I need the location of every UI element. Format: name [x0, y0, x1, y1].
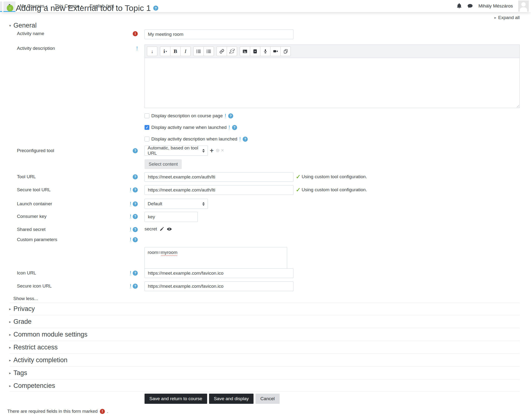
- expand-all-link[interactable]: ▸ Expand all: [495, 15, 520, 20]
- help-icon[interactable]: ?: [243, 137, 248, 142]
- section-common-module-header[interactable]: ▸ Common module settings: [9, 331, 88, 338]
- select-arrows-icon: [202, 202, 205, 206]
- launch-container-select[interactable]: Default: [145, 199, 208, 209]
- page-title: Adding a new External tool to Topic 1: [16, 3, 151, 13]
- help-icon[interactable]: ?: [133, 148, 138, 153]
- style-icon: i: [163, 48, 165, 54]
- divider: [10, 303, 520, 303]
- user-avatar[interactable]: [518, 0, 529, 12]
- description-textarea[interactable]: [145, 58, 519, 108]
- resize-handle[interactable]: [516, 104, 519, 107]
- paragraph-style-button[interactable]: i▾: [160, 46, 170, 56]
- help-icon[interactable]: ?: [133, 187, 138, 193]
- help-icon[interactable]: ?: [228, 113, 233, 119]
- required-fields-note: There are required fields in this form m…: [7, 409, 108, 414]
- help-icon[interactable]: ?: [232, 125, 237, 130]
- help-icon[interactable]: ?: [133, 214, 138, 219]
- consumer-key-input[interactable]: [145, 212, 198, 222]
- section-activity-completion-header[interactable]: ▸ Activity completion: [9, 356, 67, 364]
- activity-name-label: Activity name: [17, 31, 44, 36]
- secure-tool-url-input[interactable]: [145, 185, 294, 195]
- secure-tool-url-status-text: Using custom tool configuration.: [302, 187, 367, 193]
- italic-button[interactable]: I: [180, 46, 191, 56]
- messages-button[interactable]: [467, 3, 473, 9]
- secure-icon-url-input[interactable]: [145, 282, 294, 291]
- notifications-button[interactable]: [457, 3, 462, 9]
- show-secret-button[interactable]: [167, 226, 172, 232]
- shared-secret-label: Shared secret: [17, 227, 45, 232]
- help-icon[interactable]: ?: [133, 284, 138, 289]
- navbar-edge-tab[interactable]: [0, 1, 2, 12]
- edit-secret-button[interactable]: [160, 227, 164, 231]
- consumer-key-row: Consumer key !?: [17, 214, 138, 219]
- section-title: Competencies: [14, 382, 55, 390]
- record-video-button[interactable]: [270, 46, 280, 56]
- chevron-right-icon: ▸: [9, 345, 11, 350]
- section-tags-header[interactable]: ▸ Tags: [9, 369, 27, 377]
- display-name-label[interactable]: Display activity name when launched: [151, 125, 227, 130]
- title-help-icon[interactable]: ?: [153, 6, 158, 11]
- section-grade-header[interactable]: ▸ Grade: [9, 318, 32, 326]
- advanced-icon: !: [130, 270, 131, 275]
- section-privacy-header[interactable]: ▸ Privacy: [9, 305, 35, 313]
- advanced-icon: !: [130, 284, 131, 288]
- display-description-label[interactable]: Display description on course page: [151, 113, 223, 119]
- bold-button[interactable]: B: [170, 46, 180, 56]
- cancel-button[interactable]: Cancel: [255, 394, 280, 404]
- section-competencies-header[interactable]: ▸ Competencies: [9, 382, 55, 390]
- insert-media-button[interactable]: [250, 46, 260, 56]
- show-less-link[interactable]: Show less...: [13, 296, 38, 301]
- help-icon[interactable]: ?: [133, 270, 138, 276]
- select-content-button[interactable]: Select content: [145, 159, 182, 169]
- help-icon[interactable]: ?: [133, 174, 138, 180]
- chevron-right-icon: ▸: [9, 371, 11, 375]
- user-name[interactable]: Mihály Mészáros: [478, 3, 513, 9]
- icon-url-input[interactable]: [145, 268, 294, 278]
- preconfigured-tool-select[interactable]: Automatic, based on tool URL: [145, 146, 208, 156]
- display-description-checkbox[interactable]: [145, 113, 149, 118]
- add-tool-icon[interactable]: +: [210, 148, 214, 154]
- ordered-list-button[interactable]: [204, 46, 214, 56]
- custom-parameters-misspelled: myroom: [161, 250, 177, 255]
- section-title: Common module settings: [14, 331, 88, 338]
- secure-tool-url-row: Secure tool URL !?: [17, 187, 138, 193]
- section-general-title: General: [14, 22, 37, 29]
- custom-parameters-value: room=: [148, 250, 161, 255]
- advanced-icon: !: [130, 187, 131, 192]
- advanced-icon: !: [130, 227, 131, 232]
- delete-tool-icon[interactable]: ×: [221, 148, 224, 153]
- save-and-return-button[interactable]: Save and return to course: [145, 394, 207, 404]
- toolbar-collapse-button[interactable]: ↓: [147, 46, 157, 56]
- edit-tool-gear-icon[interactable]: [216, 149, 220, 152]
- manage-files-button[interactable]: [280, 46, 291, 56]
- link-button[interactable]: [217, 46, 227, 56]
- divider: [10, 328, 520, 328]
- activity-name-input[interactable]: [145, 30, 294, 39]
- section-title: Tags: [14, 369, 27, 377]
- record-audio-button[interactable]: [260, 46, 270, 56]
- custom-parameters-row: Custom parameters !?: [17, 237, 138, 242]
- display-name-checkbox[interactable]: ✓: [145, 125, 149, 130]
- display-activity-description-checkbox[interactable]: [145, 137, 149, 141]
- help-icon[interactable]: ?: [133, 237, 138, 242]
- section-general-header[interactable]: ▾ General: [9, 22, 37, 29]
- preconfigured-tool-label: Preconfigured tool: [17, 148, 54, 153]
- activity-description-row: Activity description !: [17, 46, 138, 51]
- secure-tool-url-status: ✓ Using custom tool configuration.: [296, 187, 367, 193]
- unlink-button[interactable]: [227, 46, 237, 56]
- help-icon[interactable]: ?: [133, 227, 138, 232]
- help-icon[interactable]: ?: [133, 201, 138, 207]
- form-actions: Save and return to course Save and displ…: [145, 394, 280, 404]
- save-and-display-button[interactable]: Save and display: [209, 394, 254, 404]
- tool-url-input[interactable]: [145, 172, 294, 182]
- display-activity-description-label[interactable]: Display activity description when launch…: [151, 136, 237, 142]
- italic-icon: I: [185, 48, 186, 54]
- insert-image-button[interactable]: [240, 46, 250, 56]
- chevron-right-icon: ▸: [9, 332, 11, 337]
- video-camera-icon: [273, 49, 278, 54]
- section-restrict-access-header[interactable]: ▸ Restrict access: [9, 344, 58, 351]
- advanced-icon: !: [225, 113, 226, 118]
- section-title: Activity completion: [14, 356, 68, 364]
- unordered-list-button[interactable]: [193, 46, 204, 56]
- chevron-right-icon: ▸: [495, 15, 496, 20]
